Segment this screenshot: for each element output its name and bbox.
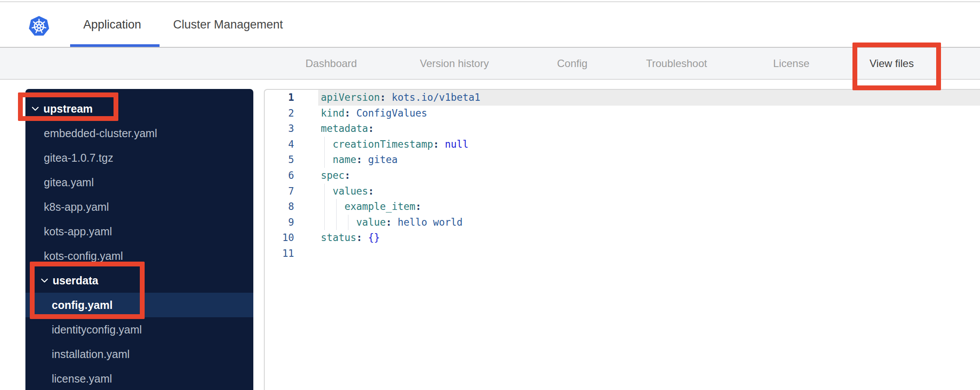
code-line-11: 11 bbox=[265, 246, 980, 262]
line-content: kind: ConfigValues bbox=[318, 106, 980, 121]
line-content: status: {} bbox=[318, 230, 980, 246]
line-content: name: gitea bbox=[318, 152, 980, 168]
line-number: 10 bbox=[265, 230, 294, 246]
chevron-down-icon bbox=[32, 106, 39, 111]
line-content: example_item: bbox=[318, 199, 980, 215]
file-label: kots-app.yaml bbox=[44, 225, 112, 238]
indent-guide bbox=[321, 199, 333, 215]
tab-dashboard[interactable]: Dashboard bbox=[305, 48, 357, 79]
chevron-down-icon bbox=[41, 278, 48, 283]
active-topbar-tab-underline bbox=[70, 44, 160, 47]
indent-guide bbox=[333, 199, 344, 215]
line-content: creationTimestamp: null bbox=[318, 137, 980, 152]
topbar-tab-cluster-management[interactable]: Cluster Management bbox=[173, 2, 283, 47]
file-tree-item-installation-yaml[interactable]: installation.yaml bbox=[25, 342, 253, 366]
file-tree-item-gitea-1-0-7-tgz[interactable]: gitea-1.0.7.tgz bbox=[25, 145, 253, 170]
file-tree-sidebar[interactable]: upstreamembedded-cluster.yamlgitea-1.0.7… bbox=[25, 89, 253, 390]
line-number: 11 bbox=[265, 246, 294, 262]
file-tree-item-embedded-cluster-yaml[interactable]: embedded-cluster.yaml bbox=[25, 121, 253, 145]
indent-guide bbox=[321, 137, 333, 152]
line-number: 8 bbox=[265, 199, 294, 215]
tab-version-history[interactable]: Version history bbox=[420, 48, 489, 79]
code-line-3: 3metadata: bbox=[265, 121, 980, 137]
file-label: embedded-cluster.yaml bbox=[44, 127, 157, 140]
line-number: 6 bbox=[265, 168, 294, 184]
tab-troubleshoot[interactable]: Troubleshoot bbox=[646, 48, 707, 79]
file-tree-folder-upstream[interactable]: upstream bbox=[25, 96, 253, 121]
line-number: 1 bbox=[265, 90, 294, 106]
code-line-1: 1apiVersion: kots.io/v1beta1 bbox=[265, 90, 980, 106]
file-tree-item-identityconfig-yaml[interactable]: identityconfig.yaml bbox=[25, 317, 253, 342]
indent-guide bbox=[333, 215, 344, 230]
topbar-tab-application[interactable]: Application bbox=[83, 2, 141, 47]
code-line-7: 7values: bbox=[265, 184, 980, 199]
indent-guide bbox=[344, 215, 356, 230]
folder-label: userdata bbox=[53, 274, 98, 287]
file-tree-item-k8s-app-yaml[interactable]: k8s-app.yaml bbox=[25, 195, 253, 219]
line-content bbox=[318, 246, 980, 262]
file-label: gitea.yaml bbox=[44, 176, 94, 189]
app-nav-bar: DashboardVersion historyConfigTroublesho… bbox=[0, 48, 980, 80]
file-tree-item-gitea-yaml[interactable]: gitea.yaml bbox=[25, 170, 253, 195]
code-line-2: 2kind: ConfigValues bbox=[265, 106, 980, 121]
line-number: 4 bbox=[265, 137, 294, 152]
indent-guide bbox=[321, 215, 333, 230]
file-label: identityconfig.yaml bbox=[52, 323, 142, 336]
indent-guide bbox=[321, 184, 333, 199]
top-bar: ApplicationCluster Management bbox=[0, 2, 980, 48]
file-tree-item-kots-config-yaml[interactable]: kots-config.yaml bbox=[25, 244, 253, 268]
line-number: 2 bbox=[265, 106, 294, 121]
kubernetes-logo-icon bbox=[27, 14, 51, 38]
line-content: spec: bbox=[318, 168, 980, 184]
code-line-10: 10status: {} bbox=[265, 230, 980, 246]
code-line-6: 6spec: bbox=[265, 168, 980, 184]
file-tree-item-config-yaml[interactable]: config.yaml bbox=[25, 293, 253, 317]
tab-config[interactable]: Config bbox=[557, 48, 587, 79]
line-number: 7 bbox=[265, 184, 294, 199]
folder-label: upstream bbox=[43, 103, 93, 115]
code-line-9: 9value: hello world bbox=[265, 215, 980, 230]
file-label: k8s-app.yaml bbox=[44, 201, 109, 213]
line-number: 5 bbox=[265, 152, 294, 168]
file-label: installation.yaml bbox=[52, 348, 130, 361]
line-number: 9 bbox=[265, 215, 294, 230]
file-label: gitea-1.0.7.tgz bbox=[44, 152, 113, 164]
file-tree-item-kots-app-yaml[interactable]: kots-app.yaml bbox=[25, 219, 253, 244]
yaml-file-viewer[interactable]: 1apiVersion: kots.io/v1beta12kind: Confi… bbox=[264, 89, 980, 390]
indent-guide bbox=[321, 152, 333, 168]
code-line-5: 5name: gitea bbox=[265, 152, 980, 168]
file-label: kots-config.yaml bbox=[44, 250, 123, 262]
tab-view-files[interactable]: View files bbox=[870, 48, 914, 79]
line-content: apiVersion: kots.io/v1beta1 bbox=[318, 90, 980, 106]
file-tree-folder-userdata[interactable]: userdata bbox=[25, 268, 253, 293]
line-number: 3 bbox=[265, 121, 294, 137]
code-line-8: 8example_item: bbox=[265, 199, 980, 215]
file-tree-item-license-yaml[interactable]: license.yaml bbox=[25, 366, 253, 390]
tab-license[interactable]: License bbox=[773, 48, 810, 79]
file-label: license.yaml bbox=[52, 372, 112, 385]
line-content: metadata: bbox=[318, 121, 980, 137]
line-content: values: bbox=[318, 184, 980, 199]
code-line-4: 4creationTimestamp: null bbox=[265, 137, 980, 152]
file-label: config.yaml bbox=[52, 299, 113, 312]
line-content: value: hello world bbox=[318, 215, 980, 230]
